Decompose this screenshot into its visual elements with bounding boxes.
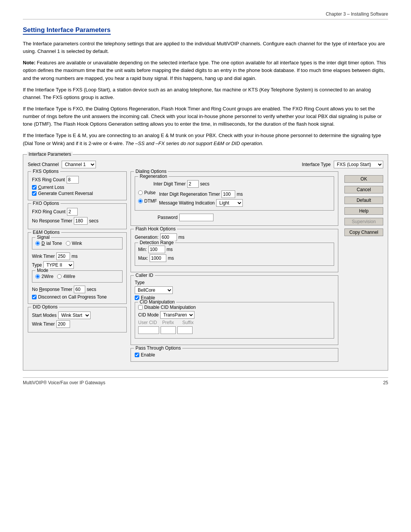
fxo-ring-count-input[interactable] (67, 208, 78, 216)
user-cid-row: User CID Prefix Suffix (138, 320, 331, 325)
detection-range-group: Detection Range Min: ms Max: ms (135, 243, 334, 266)
paragraph-2: Note: Features are available or unavaila… (23, 59, 388, 82)
message-waiting-label: Message Waiting Indication (159, 200, 215, 206)
inter-digit-timer-row: Inter Digit Timer secs (153, 180, 331, 188)
note-bold: Note: (23, 60, 35, 66)
em-no-response-input[interactable] (74, 286, 85, 293)
start-modes-label: Start Modes (32, 313, 57, 318)
user-cid-label: User CID (138, 320, 157, 325)
top-row: Select Channel Channel 1 Interface Type … (28, 161, 383, 168)
cid-mode-dropdown[interactable]: TransParent (160, 311, 194, 319)
disable-cid-label: Disable CID Manipulation (144, 305, 196, 310)
cid-inputs-row (138, 326, 331, 334)
buttons-column: OK Cancel Default Help Supervision Copy … (344, 175, 383, 365)
paragraph-2-text: Features are available or unavailable de… (23, 60, 386, 81)
dialog-title: Interface Parameters (27, 152, 73, 157)
radio-col: Pulse DTMF (138, 189, 159, 208)
pulse-radio[interactable] (138, 190, 143, 195)
did-wink-timer-input[interactable] (56, 320, 70, 328)
dial-tone-radio[interactable] (35, 241, 40, 246)
fxo-no-response-label: No Response Timer (32, 218, 72, 224)
disconnect-label: Disconnect on Call Progress Tone (38, 294, 107, 300)
dtmf-radio[interactable] (138, 199, 143, 203)
supervision-button[interactable]: Supervision (344, 218, 383, 225)
fxs-ring-count-input[interactable] (67, 176, 79, 184)
generation-unit: ms (178, 235, 185, 240)
caller-id-type-row: Type (135, 280, 334, 285)
bellcore-dropdown[interactable]: BellCore (135, 286, 173, 294)
current-loss-label: Current Loss (38, 185, 64, 190)
suffix-input[interactable] (177, 326, 193, 334)
interface-type-dropdown[interactable]: FXS (Loop Start) (334, 161, 383, 168)
generation-label: Generation: (135, 235, 159, 240)
caller-id-group: Caller ID Type BellCore (131, 275, 338, 345)
pass-through-title: Pass Through Options (134, 345, 182, 351)
pass-through-enable-checkbox[interactable] (135, 353, 139, 357)
help-button[interactable]: Help (344, 207, 383, 215)
max-input[interactable] (150, 254, 166, 262)
pass-through-enable-label: Enable (141, 352, 155, 358)
message-waiting-dropdown[interactable]: Light (216, 199, 243, 207)
dialing-options-group: Dialing Options Regeneration Inter Digit… (131, 171, 338, 226)
signal-group: Signal Dial Tone Wink (32, 237, 123, 249)
prefix-input[interactable] (161, 326, 176, 334)
min-row: Min: ms (138, 246, 331, 253)
ok-button[interactable]: OK (344, 175, 383, 183)
start-modes-row: Start Modes Wink Start (32, 312, 123, 319)
select-channel-dropdown[interactable]: Channel 1 (62, 161, 96, 168)
wink-timer-input[interactable] (56, 252, 70, 260)
start-modes-dropdown[interactable]: Wink Start (58, 312, 91, 319)
regeneration-title: Regeneration (138, 174, 169, 179)
copy-channel-button[interactable]: Copy Channel (344, 228, 383, 236)
password-input[interactable] (179, 214, 213, 221)
chapter-header: Chapter 3 – Installing Software (23, 11, 388, 19)
cid-mode-row: CID Mode TransParent (138, 311, 331, 319)
inter-digit-regen-label: Inter Digit Regeneration Timer (159, 192, 220, 197)
dialing-options-title: Dialing Options (134, 169, 168, 174)
cid-mode-label: CID Mode (138, 312, 159, 318)
paragraph-4: If the Interface Type is FXO, the Dialin… (23, 105, 388, 128)
inter-digit-timer-unit: secs (200, 181, 210, 187)
disable-cid-checkbox[interactable] (138, 305, 143, 310)
max-unit: ms (168, 256, 174, 261)
4wire-radio[interactable] (57, 274, 62, 279)
pass-through-enable-row: Enable (135, 352, 334, 358)
mode-title: Mode (35, 268, 50, 273)
password-label: Password (158, 215, 178, 220)
2wire-label: 2Wire (41, 274, 53, 279)
generate-reversal-checkbox[interactable] (32, 191, 37, 196)
inter-digit-regen-input[interactable] (221, 190, 235, 198)
footer-left: MultiVOIP® Voice/Fax over IP Gateways (23, 380, 105, 385)
fxo-no-response-input[interactable] (74, 217, 88, 225)
prefix-label: Prefix (162, 320, 174, 325)
fxs-ring-count-row: FXS Ring Count (32, 176, 123, 184)
4wire-radio-row: 4Wire (57, 274, 75, 279)
dtmf-label: DTMF (144, 198, 157, 204)
wink-timer-unit: ms (72, 254, 78, 259)
regen-fields: Inter Digit Regeneration Timer ms Messag… (159, 189, 331, 208)
wink-radio[interactable] (66, 241, 70, 246)
em-no-response-unit: secs (87, 287, 96, 292)
did-wink-timer-label: Wink Timer (32, 321, 55, 327)
em-options-group: E&M Options Signal Dial Tone Wink (28, 232, 127, 304)
user-cid-input[interactable] (138, 326, 159, 334)
default-button[interactable]: Default (344, 197, 383, 204)
cancel-button[interactable]: Cancel (344, 186, 383, 193)
fxo-no-response-row: No Response Timer secs (32, 217, 123, 225)
disconnect-checkbox[interactable] (32, 295, 37, 299)
inter-digit-timer-input[interactable] (187, 180, 199, 188)
2wire-radio[interactable] (35, 274, 40, 279)
min-unit: ms (167, 247, 173, 252)
current-loss-checkbox[interactable] (32, 185, 37, 190)
current-loss-row: Current Loss (32, 185, 123, 190)
chapter-text: Chapter 3 – Installing Software (326, 11, 388, 17)
did-wink-timer-row: Wink Timer (32, 320, 123, 328)
fxs-options-group: FXS Options FXS Ring Count Current Loss … (28, 171, 127, 200)
paragraph-3: If the Interface Type is FXS (Loop Start… (23, 86, 388, 101)
em-no-response-label: No Response Timer (32, 287, 72, 292)
fxs-options-title: FXS Options (31, 169, 60, 174)
right-forms: Dialing Options Regeneration Inter Digit… (131, 171, 338, 365)
dial-tone-radio-row: Dial Tone (35, 241, 62, 246)
min-input[interactable] (148, 246, 165, 253)
inter-digit-timer-label: Inter Digit Timer (153, 181, 186, 187)
